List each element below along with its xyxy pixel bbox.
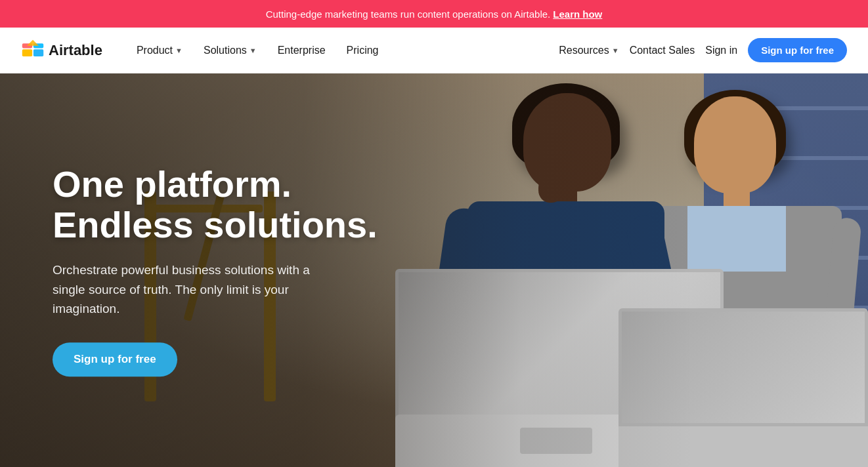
logo-text: Airtable [49, 42, 102, 59]
nav-contact-sales[interactable]: Contact Sales [630, 45, 695, 56]
nav-resources[interactable]: Resources ▼ [559, 45, 618, 56]
solutions-chevron-icon: ▼ [250, 47, 257, 54]
nav-enterprise[interactable]: Enterprise [270, 39, 334, 62]
hero-subtext: Orchestrate powerful business solutions … [53, 260, 315, 318]
logo[interactable]: Airtable [21, 39, 102, 62]
hero-content: One platform. Endless solutions. Orchest… [53, 164, 378, 376]
hero-headline: One platform. Endless solutions. [53, 164, 378, 245]
svg-rect-0 [22, 49, 32, 56]
navbar: Airtable Product ▼ Solutions ▼ Enterpris… [0, 28, 868, 73]
announcement-text: Cutting-edge marketing teams run content… [266, 9, 551, 20]
resources-chevron-icon: ▼ [612, 47, 619, 54]
nav-product[interactable]: Product ▼ [129, 39, 190, 62]
announcement-link[interactable]: Learn how [553, 9, 602, 20]
announcement-bar: Cutting-edge marketing teams run content… [0, 0, 868, 28]
nav-sign-in[interactable]: Sign in [705, 45, 737, 56]
svg-marker-4 [27, 39, 39, 45]
hero-section: One platform. Endless solutions. Orchest… [0, 73, 868, 467]
hero-cta-button[interactable]: Sign up for free [53, 342, 177, 376]
nav-signup-button[interactable]: Sign up for free [748, 38, 847, 62]
nav-solutions[interactable]: Solutions ▼ [196, 39, 265, 62]
svg-rect-1 [33, 49, 43, 56]
nav-left: Product ▼ Solutions ▼ Enterprise Pricing [129, 39, 559, 62]
nav-pricing[interactable]: Pricing [339, 39, 387, 62]
nav-right: Resources ▼ Contact Sales Sign in Sign u… [559, 38, 847, 62]
airtable-logo-icon [21, 39, 45, 62]
product-chevron-icon: ▼ [175, 47, 183, 54]
